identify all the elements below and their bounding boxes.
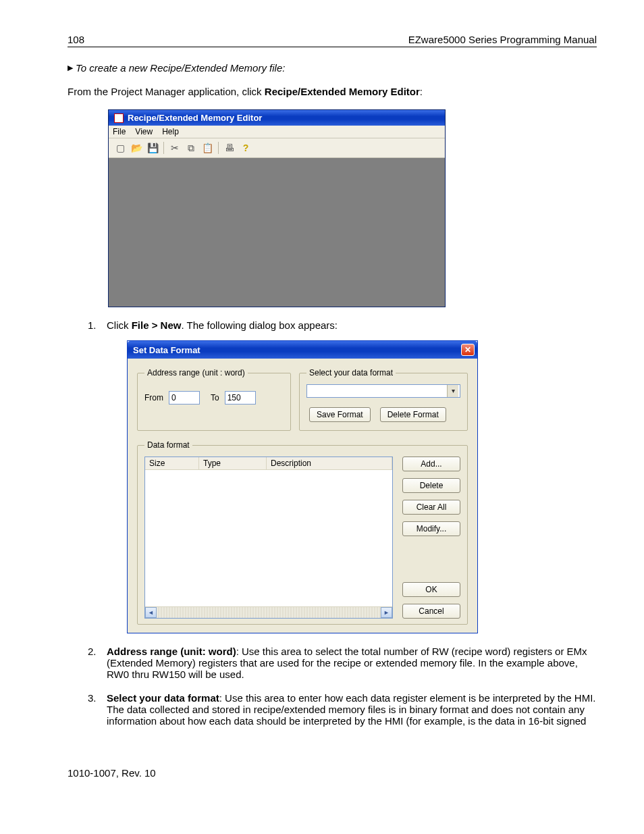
delete-format-button[interactable]: Delete Format xyxy=(380,407,446,422)
step-2: Address range (unit: word): Use this are… xyxy=(88,646,597,680)
paste-icon[interactable]: 📋 xyxy=(200,140,215,155)
format-combobox[interactable] xyxy=(306,384,460,398)
step-1: Click File > New. The following dialog b… xyxy=(88,319,597,633)
window-title: Recipe/Extended Memory Editor xyxy=(128,113,262,123)
set-data-format-dialog: Set Data Format ✕ Address range (unit : … xyxy=(127,340,478,633)
data-format-list[interactable]: Size Type Description ◄ ► xyxy=(144,457,393,619)
to-label: To xyxy=(211,393,219,402)
scroll-right-icon[interactable]: ► xyxy=(381,607,392,618)
to-input[interactable] xyxy=(225,391,256,405)
step3-bold: Select your data format xyxy=(107,692,219,704)
menu-help[interactable]: Help xyxy=(162,127,179,136)
step1-pre: Click xyxy=(107,319,132,331)
close-icon[interactable]: ✕ xyxy=(461,344,475,356)
page-footer: 1010-1007, Rev. 10 xyxy=(68,767,597,779)
intro-post: : xyxy=(420,86,423,97)
print-icon[interactable]: 🖶 xyxy=(222,140,237,155)
address-range-legend: Address range (unit : word) xyxy=(144,368,248,377)
recipe-editor-window: Recipe/Extended Memory Editor File View … xyxy=(108,109,446,307)
save-file-icon[interactable]: 💾 xyxy=(145,140,160,155)
ok-button[interactable]: OK xyxy=(402,582,460,597)
step1-bold: File > New xyxy=(132,319,182,331)
toolbar-separator xyxy=(163,142,164,154)
intro-paragraph: From the Project Manager application, cl… xyxy=(68,86,597,97)
app-icon xyxy=(114,113,124,123)
data-format-legend: Data format xyxy=(144,440,192,450)
intro-pre: From the Project Manager application, cl… xyxy=(68,86,265,97)
new-file-icon[interactable]: ▢ xyxy=(113,140,128,155)
scroll-track[interactable] xyxy=(157,607,381,618)
clear-all-button[interactable]: Clear All xyxy=(402,500,460,515)
menubar: File View Help xyxy=(109,126,445,138)
modify-button[interactable]: Modify... xyxy=(402,521,460,536)
editor-canvas xyxy=(109,158,445,307)
from-label: From xyxy=(144,393,163,402)
col-size[interactable]: Size xyxy=(145,457,199,469)
copy-icon[interactable]: ⧉ xyxy=(184,140,198,155)
delete-button[interactable]: Delete xyxy=(402,478,460,493)
col-type[interactable]: Type xyxy=(199,457,267,469)
cut-icon[interactable]: ✂ xyxy=(167,140,182,155)
menu-view[interactable]: View xyxy=(135,127,153,136)
data-format-group: Data format Size Type Description ◄ xyxy=(137,440,468,625)
col-description[interactable]: Description xyxy=(267,457,392,469)
dialog-title: Set Data Format xyxy=(133,345,200,355)
open-file-icon[interactable]: 📂 xyxy=(129,140,144,155)
step2-bold: Address range (unit: word) xyxy=(107,646,236,657)
list-header: Size Type Description xyxy=(145,457,392,470)
manual-title: EZware5000 Series Programming Manual xyxy=(408,34,597,45)
help-icon[interactable]: ? xyxy=(238,140,253,155)
from-input[interactable] xyxy=(169,391,200,405)
window-titlebar: Recipe/Extended Memory Editor xyxy=(109,110,445,126)
toolbar: ▢ 📂 💾 ✂ ⧉ 📋 🖶 ? xyxy=(109,138,445,158)
page-number: 108 xyxy=(68,34,84,45)
select-format-legend: Select your data format xyxy=(306,368,396,377)
intro-bold: Recipe/Extended Memory Editor xyxy=(265,86,420,97)
triangle-right-icon: ▶ xyxy=(68,63,73,72)
subheading-text: To create a new Recipe/Extended Memory f… xyxy=(76,62,285,74)
toolbar-separator xyxy=(218,142,219,154)
menu-file[interactable]: File xyxy=(113,127,126,136)
scroll-left-icon[interactable]: ◄ xyxy=(145,607,157,618)
address-range-group: Address range (unit : word) From To xyxy=(137,368,291,431)
add-button[interactable]: Add... xyxy=(402,457,460,471)
select-format-group: Select your data format Save Format Dele… xyxy=(299,368,468,431)
page-header: 108 EZware5000 Series Programming Manual xyxy=(68,34,597,47)
step1-post: . The following dialog box appears: xyxy=(181,319,338,331)
horizontal-scrollbar[interactable]: ◄ ► xyxy=(145,606,392,618)
cancel-button[interactable]: Cancel xyxy=(402,604,460,619)
step-3: Select your data format: Use this area t… xyxy=(88,692,597,727)
subheading: ▶ To create a new Recipe/Extended Memory… xyxy=(68,62,597,74)
dialog-titlebar: Set Data Format ✕ xyxy=(128,341,477,359)
save-format-button[interactable]: Save Format xyxy=(309,407,371,422)
